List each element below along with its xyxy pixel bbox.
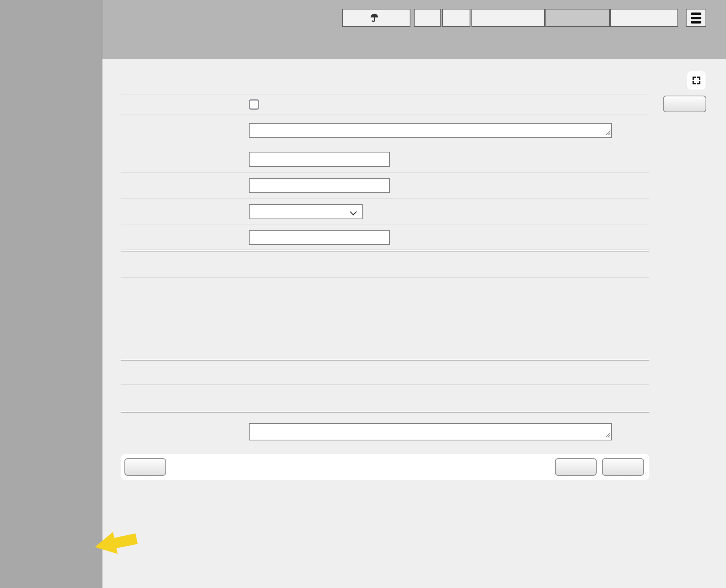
name-input[interactable]: [249, 152, 390, 167]
on-event-row: [121, 413, 649, 451]
chevron-down-icon: [350, 208, 357, 215]
start-date-input[interactable]: [249, 178, 390, 193]
interval-input[interactable]: [249, 230, 390, 245]
start-time-select[interactable]: [249, 204, 363, 219]
undo-button[interactable]: [414, 9, 441, 27]
start-time-row: [121, 198, 649, 225]
fullscreen-button[interactable]: [687, 71, 706, 90]
umbrella-icon: [369, 13, 379, 23]
on-event-input[interactable]: [249, 423, 612, 440]
ok-button[interactable]: [602, 458, 644, 476]
sidebar: [0, 0, 102, 588]
cancel-button[interactable]: [124, 458, 166, 476]
tab-quick-set[interactable]: [471, 9, 545, 27]
interval-row: [121, 225, 649, 250]
start-date-row: [121, 172, 649, 198]
owner-row: [121, 252, 649, 277]
fullscreen-icon: [691, 75, 701, 85]
hamburger-icon: [691, 13, 701, 24]
remove-button[interactable]: [663, 96, 706, 112]
safe-mode-button[interactable]: [342, 9, 410, 27]
action-bar: [121, 454, 649, 480]
comment-row: [121, 115, 649, 146]
next-run-row: [121, 384, 649, 411]
tab-webfig[interactable]: [545, 9, 610, 27]
enabled-row: [121, 94, 649, 115]
policy-row: [121, 277, 649, 359]
apply-button[interactable]: [555, 458, 597, 476]
comment-input[interactable]: [249, 123, 612, 138]
run-count-row: [121, 361, 649, 384]
menu-button[interactable]: [686, 9, 706, 27]
schedule-form: [121, 94, 649, 480]
tab-terminal[interactable]: [610, 9, 678, 27]
enabled-checkbox[interactable]: [249, 99, 259, 110]
redo-button[interactable]: [442, 9, 470, 27]
name-row: [121, 146, 649, 172]
